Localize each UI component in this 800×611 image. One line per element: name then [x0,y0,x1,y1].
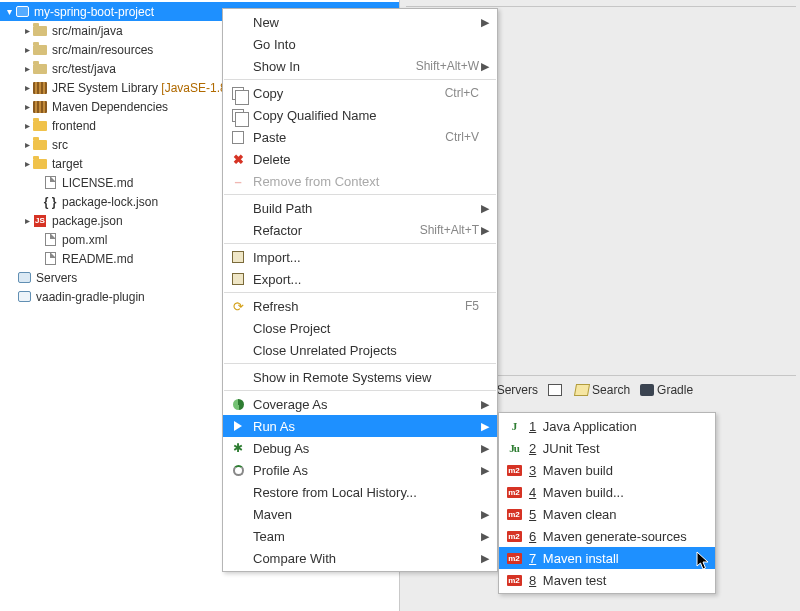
submenu-item-label: 1 Java Application [529,419,707,434]
submenu-item-label: 2 JUnit Test [529,441,707,456]
menu-item-label: Remove from Context [253,174,479,189]
twisty-icon[interactable]: ▸ [22,83,32,93]
menu-item[interactable]: Show in Remote Systems view [223,366,497,388]
menu-item-accel: Ctrl+V [435,130,479,144]
tree-item-icon [32,80,48,96]
tree-item-icon [32,23,48,39]
menu-item-icon [229,550,247,566]
menu-item[interactable]: Run As▶ [223,415,497,437]
menu-item-icon [229,58,247,74]
tree-item-label: src [52,138,68,152]
tree-item-label: src/test/java [52,62,116,76]
menu-item[interactable]: CopyCtrl+C [223,82,497,104]
gradle-icon [640,384,654,396]
submenu-item-label: 6 Maven generate-sources [529,529,707,544]
menu-item-label: Compare With [253,551,479,566]
menu-item[interactable]: Import... [223,246,497,268]
menu-item-label: Run As [253,419,479,434]
submenu-arrow-icon: ▶ [479,224,489,237]
view-tab[interactable] [548,384,565,396]
submenu-arrow-icon: ▶ [479,552,489,565]
twisty-icon[interactable]: ▸ [22,45,32,55]
menu-item-label: Refresh [253,299,455,314]
twisty-icon[interactable]: ▸ [22,216,32,226]
tree-item-icon [32,156,48,172]
menu-item[interactable]: Restore from Local History... [223,481,497,503]
menu-item-label: Build Path [253,201,479,216]
search-icon [574,384,590,396]
menu-item[interactable]: Close Unrelated Projects [223,339,497,361]
menu-item-icon [229,222,247,238]
debug-icon: ✱ [229,440,247,456]
menu-item-icon [229,36,247,52]
menu-item[interactable]: Close Project [223,317,497,339]
m2-icon: m2 [505,462,523,478]
submenu-item[interactable]: J1 Java Application [499,415,715,437]
menu-item-accel: Shift+Alt+T [410,223,479,237]
submenu-item[interactable]: m24 Maven build... [499,481,715,503]
menu-item-accel: F5 [455,299,479,313]
view-tab[interactable]: Search [575,383,630,397]
tree-item-icon [32,42,48,58]
m2-icon: m2 [505,572,523,588]
submenu-item[interactable]: m28 Maven test [499,569,715,591]
twisty-icon[interactable]: ▸ [22,102,32,112]
menu-item[interactable]: Coverage As▶ [223,393,497,415]
menu-item-icon [229,14,247,30]
submenu-item[interactable]: m23 Maven build [499,459,715,481]
menu-item[interactable]: Copy Qualified Name [223,104,497,126]
menu-item-icon [229,528,247,544]
tree-item-label: Maven Dependencies [52,100,168,114]
refresh-icon: ⟳ [229,298,247,314]
menu-item[interactable]: RefactorShift+Alt+T▶ [223,219,497,241]
copyq-icon [229,107,247,123]
menu-item-icon [229,484,247,500]
menu-item-label: Coverage As [253,397,479,412]
menu-item[interactable]: Compare With▶ [223,547,497,569]
menu-item[interactable]: ✖Delete [223,148,497,170]
menu-item-label: Maven [253,507,479,522]
junit-icon: Ju [505,440,523,456]
menu-item[interactable]: Show InShift+Alt+W▶ [223,55,497,77]
menu-item[interactable]: New▶ [223,11,497,33]
imp-icon [229,249,247,265]
menu-item[interactable]: Export... [223,268,497,290]
coverage-icon [229,396,247,412]
menu-item-label: Copy [253,86,435,101]
menu-item[interactable]: Maven▶ [223,503,497,525]
menu-item-label: Debug As [253,441,479,456]
menu-item[interactable]: Go Into [223,33,497,55]
context-menu: New▶Go IntoShow InShift+Alt+W▶CopyCtrl+C… [222,8,498,572]
view-tab[interactable]: Gradle [640,383,693,397]
submenu-item[interactable]: m26 Maven generate-sources [499,525,715,547]
run-icon [229,418,247,434]
tree-item-label: src/main/java [52,24,123,38]
submenu-item[interactable]: m27 Maven install [499,547,715,569]
menu-item-label: Restore from Local History... [253,485,479,500]
tree-item-label: vaadin-gradle-plugin [36,290,145,304]
menu-item[interactable]: ⟳RefreshF5 [223,295,497,317]
menu-item[interactable]: Team▶ [223,525,497,547]
menu-item[interactable]: PasteCtrl+V [223,126,497,148]
twisty-icon[interactable]: ▸ [22,26,32,36]
menu-item-label: Profile As [253,463,479,478]
submenu-item[interactable]: Ju2 JUnit Test [499,437,715,459]
twisty-icon[interactable]: ▸ [22,159,32,169]
twisty-icon[interactable]: ▾ [4,7,14,17]
submenu-item[interactable]: m25 Maven clean [499,503,715,525]
tree-item-label: pom.xml [62,233,107,247]
menu-item-icon [229,506,247,522]
menu-item[interactable]: Profile As▶ [223,459,497,481]
tree-item-icon [32,137,48,153]
menu-item[interactable]: Build Path▶ [223,197,497,219]
tree-item-icon [32,61,48,77]
twisty-icon[interactable]: ▸ [22,140,32,150]
menu-item-label: Show in Remote Systems view [253,370,479,385]
tree-item-icon [16,270,32,286]
twisty-icon[interactable]: ▸ [22,64,32,74]
tree-item-icon [42,175,58,191]
twisty-icon[interactable]: ▸ [22,121,32,131]
menu-item[interactable]: ✱Debug As▶ [223,437,497,459]
tree-item-label: package.json [52,214,123,228]
menu-separator [224,363,496,364]
